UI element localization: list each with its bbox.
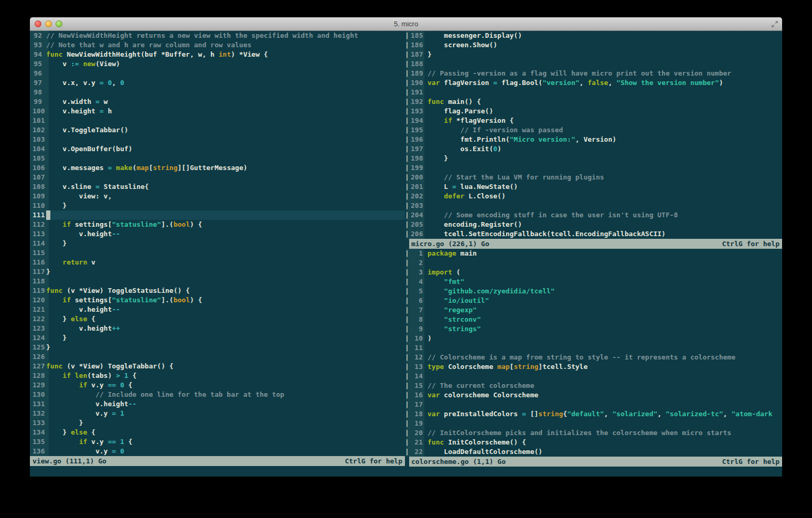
code-line-206[interactable]: |206 tcell.SetEncodingFallback(tcell.Enc…	[405, 229, 782, 239]
code-line-5[interactable]: |5 "github.com/zyedidia/tcell"	[405, 287, 782, 296]
code-line-116[interactable]: 116 return v	[30, 258, 405, 267]
code-line-191[interactable]: |191	[405, 88, 782, 97]
code-line-99[interactable]: 99 v.width = w	[30, 97, 405, 107]
line-number: 94	[30, 50, 42, 59]
code-line-124[interactable]: 124 }	[30, 333, 405, 343]
code-line-6[interactable]: |6 "io/ioutil"	[405, 296, 782, 305]
code-line-4[interactable]: |4 "fmt"	[405, 277, 782, 287]
code-line-117[interactable]: 117}	[30, 267, 405, 277]
code-line-105[interactable]: 105	[30, 154, 405, 163]
code-line-106[interactable]: 106 v.messages = make(map[string][]Gutte…	[30, 163, 405, 173]
code-line-13[interactable]: |13type Colorscheme map[string]tcell.Sty…	[405, 362, 782, 372]
code-line-128[interactable]: 128 if len(tabs) > 1 {	[30, 371, 405, 380]
code-line-189[interactable]: |189// Passing -version as a flag will h…	[405, 69, 782, 78]
code-line-198[interactable]: |198 }	[405, 154, 782, 163]
code-line-125[interactable]: 125}	[30, 343, 405, 352]
code-line-205[interactable]: |205 encoding.Register()	[405, 220, 782, 229]
code-line-202[interactable]: |202 defer L.Close()	[405, 192, 782, 201]
code-line-190[interactable]: |190var flagVersion = flag.Bool("version…	[405, 78, 782, 88]
code-line-96[interactable]: 96	[30, 69, 405, 78]
code-line-113[interactable]: 113 v.height--	[30, 229, 405, 239]
code-line-186[interactable]: |186 screen.Show()	[405, 40, 782, 50]
code-line-129[interactable]: 129 if v.y == 0 {	[30, 380, 405, 390]
code-line-10[interactable]: |10)	[405, 334, 782, 343]
code-line-118[interactable]: 118	[30, 277, 405, 286]
code-line-204[interactable]: |204 // Some encoding stuff in case the …	[405, 210, 782, 220]
editor-pane-view-go[interactable]: 92// NewViewWidthHeight returns a new vi…	[30, 31, 405, 477]
code-line-115[interactable]: 115	[30, 248, 405, 258]
code-line-8[interactable]: |8 "strconv"	[405, 315, 782, 324]
code-line-126[interactable]: 126	[30, 352, 405, 362]
code-line-110[interactable]: 110 }	[30, 201, 405, 210]
code-line-119[interactable]: 119func (v *View) ToggleStatusLine() {	[30, 286, 405, 295]
code-line-197[interactable]: |197 os.Exit(0)	[405, 144, 782, 154]
code-line-2[interactable]: |2	[405, 258, 782, 268]
code-line-93[interactable]: 93// Note that w and h are raw column an…	[30, 40, 405, 50]
code-line-132[interactable]: 132 v.y = 1	[30, 409, 405, 418]
code-line-188[interactable]: |188	[405, 59, 782, 69]
code-line-12[interactable]: |12// Colorscheme is a map from string t…	[405, 353, 782, 362]
editor-pane-micro-go[interactable]: |185 messenger.Display()|186 screen.Show…	[405, 31, 782, 249]
title-bar[interactable]: 5. micro	[30, 17, 782, 31]
code-line-104[interactable]: 104 v.OpenBuffer(buf)	[30, 144, 405, 154]
code-line-15[interactable]: |15// The current colorscheme	[405, 381, 782, 390]
code-line-108[interactable]: 108 v.sline = Statusline{	[30, 182, 405, 192]
code-line-14[interactable]: |14	[405, 372, 782, 381]
code-line-136[interactable]: 136 v.y = 0	[30, 447, 405, 456]
code-line-20[interactable]: |20// InitColorscheme picks and initiali…	[405, 428, 782, 438]
code-line-107[interactable]: 107	[30, 173, 405, 182]
code-line-120[interactable]: 120 if settings["statusline"].(bool) {	[30, 295, 405, 305]
code-line-199[interactable]: |199	[405, 163, 782, 173]
code-line-123[interactable]: 123 v.height++	[30, 324, 405, 333]
code-line-193[interactable]: |193 flag.Parse()	[405, 107, 782, 116]
code-line-92[interactable]: 92// NewViewWidthHeight returns a new vi…	[30, 31, 405, 40]
code-line-201[interactable]: |201 L = lua.NewState()	[405, 182, 782, 192]
code-line-98[interactable]: 98	[30, 88, 405, 97]
code-line-114[interactable]: 114 }	[30, 239, 405, 248]
code-line-134[interactable]: 134 } else {	[30, 428, 405, 437]
code-line-1[interactable]: |1package main	[405, 249, 782, 258]
code-line-135[interactable]: 135 if v.y == 1 {	[30, 437, 405, 447]
code-line-185[interactable]: |185 messenger.Display()	[405, 31, 782, 40]
code-line-22[interactable]: |22 LoadDefaultColorscheme()	[405, 447, 782, 457]
code-line-101[interactable]: 101	[30, 116, 405, 125]
code-line-121[interactable]: 121 v.height--	[30, 305, 405, 314]
code-line-21[interactable]: |21func InitColorscheme() {	[405, 438, 782, 447]
code-line-200[interactable]: |200 // Start the Lua VM for running plu…	[405, 173, 782, 182]
code-line-194[interactable]: |194 if *flagVersion {	[405, 116, 782, 125]
pane-divider: |	[405, 258, 411, 268]
code-line-131[interactable]: 131 v.height--	[30, 399, 405, 409]
code-line-127[interactable]: 127func (v *View) ToggleTabbar() {	[30, 362, 405, 371]
line-number: 19	[411, 419, 423, 428]
editor-pane-colorscheme-go[interactable]: |1package main|2|3import (|4 "fmt"|5 "gi…	[405, 249, 782, 467]
code-line-203[interactable]: |203	[405, 201, 782, 210]
code-line-9[interactable]: |9 "strings"	[405, 324, 782, 334]
code-line-103[interactable]: 103	[30, 135, 405, 144]
code-line-102[interactable]: 102 v.ToggleTabbar()	[30, 125, 405, 135]
code-line-196[interactable]: |196 fmt.Println("Micro version:", Versi…	[405, 135, 782, 144]
code-line-133[interactable]: 133 }	[30, 418, 405, 428]
code-line-100[interactable]: 100 v.height = h	[30, 107, 405, 116]
code-line-16[interactable]: |16var colorscheme Colorscheme	[405, 390, 782, 400]
code-text: func NewViewWidthHeight(buf *Buffer, w, …	[46, 50, 268, 58]
code-line-18[interactable]: |18var preInstalledColors = []string{"de…	[405, 409, 782, 419]
code-line-130[interactable]: 130 // Include one line for the tab bar …	[30, 390, 405, 399]
code-line-11[interactable]: |11	[405, 343, 782, 353]
code-line-122[interactable]: 122 } else {	[30, 314, 405, 324]
code-line-19[interactable]: |19	[405, 419, 782, 428]
code-line-17[interactable]: |17	[405, 400, 782, 409]
code-line-192[interactable]: |192func main() {	[405, 97, 782, 107]
code-line-94[interactable]: 94func NewViewWidthHeight(buf *Buffer, w…	[30, 50, 405, 59]
code-line-111[interactable]: 111	[30, 210, 405, 220]
code-line-112[interactable]: 112 if settings["statusline"].(bool) {	[30, 220, 405, 229]
line-number: 98	[30, 88, 42, 97]
code-line-109[interactable]: 109 view: v,	[30, 192, 405, 201]
code-line-7[interactable]: |7 "regexp"	[405, 305, 782, 315]
code-line-187[interactable]: |187}	[405, 50, 782, 59]
resize-icon[interactable]	[770, 19, 779, 29]
code-line-95[interactable]: 95 v := new(View)	[30, 59, 405, 69]
code-line-195[interactable]: |195 // If -version was passed	[405, 125, 782, 135]
line-number: 9	[411, 324, 423, 334]
code-line-97[interactable]: 97 v.x, v.y = 0, 0	[30, 78, 405, 88]
code-line-3[interactable]: |3import (	[405, 268, 782, 277]
